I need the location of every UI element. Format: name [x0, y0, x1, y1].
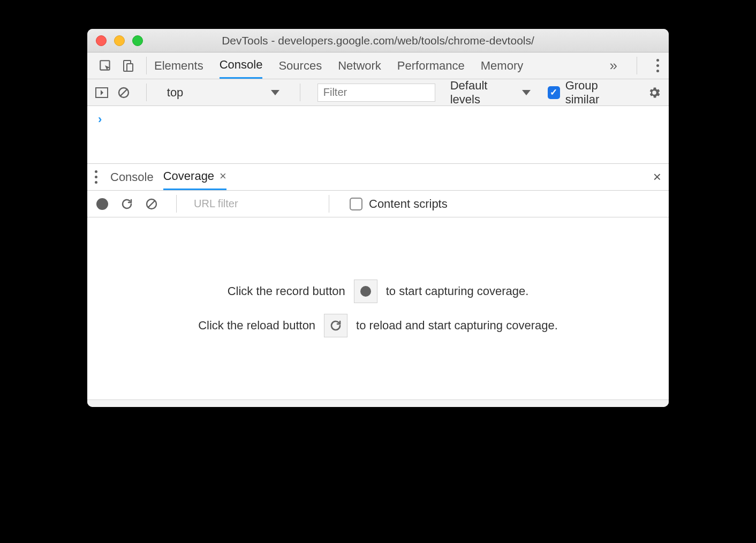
minimize-window-button[interactable]: [114, 35, 125, 46]
svg-line-7: [148, 201, 155, 207]
execution-context-value: top: [167, 86, 184, 100]
drawer-tab-coverage[interactable]: Coverage ×: [163, 164, 226, 190]
devtools-window: DevTools - developers.google.com/web/too…: [87, 29, 669, 407]
hint-reload-button[interactable]: [324, 314, 347, 337]
log-levels-label: Default levels: [450, 79, 518, 107]
titlebar: DevTools - developers.google.com/web/too…: [87, 29, 669, 52]
main-tabs: Elements Console Sources Network Perform…: [154, 52, 610, 79]
window-controls: [96, 35, 143, 46]
record-button[interactable]: [95, 197, 110, 212]
hint-text: to reload and start capturing coverage.: [356, 319, 558, 333]
hint-text: to start capturing coverage.: [386, 284, 529, 298]
console-toolbar: top Default levels ✓ Group similar: [87, 79, 669, 106]
tab-console[interactable]: Console: [220, 52, 263, 79]
execution-context-select[interactable]: top: [162, 86, 285, 100]
drawer-menu-icon[interactable]: [95, 170, 97, 184]
zoom-window-button[interactable]: [132, 35, 143, 46]
main-menu-icon[interactable]: [656, 59, 659, 72]
tab-network[interactable]: Network: [338, 52, 381, 79]
hint-text: Click the record button: [228, 284, 345, 298]
close-tab-icon[interactable]: ×: [220, 169, 226, 183]
tab-memory[interactable]: Memory: [481, 52, 523, 79]
main-tabstrip: Elements Console Sources Network Perform…: [87, 52, 669, 79]
checkbox-checked-icon: ✓: [548, 86, 560, 99]
close-drawer-icon[interactable]: ×: [653, 164, 661, 190]
window-footer: [87, 399, 669, 407]
close-window-button[interactable]: [96, 35, 107, 46]
tab-sources[interactable]: Sources: [278, 52, 322, 79]
clear-coverage-icon[interactable]: [144, 197, 159, 212]
window-title: DevTools - developers.google.com/web/too…: [87, 34, 669, 47]
svg-line-5: [120, 89, 127, 96]
device-toolbar-icon[interactable]: [120, 58, 135, 73]
drawer-tabstrip: Console Coverage × ×: [87, 164, 669, 191]
drawer-tab-console[interactable]: Console: [110, 164, 154, 190]
tabs-overflow-icon[interactable]: »: [610, 57, 617, 74]
record-icon: [360, 286, 371, 297]
hint-text: Click the reload button: [198, 319, 315, 333]
hint-record-button[interactable]: [354, 280, 377, 303]
svg-rect-0: [100, 61, 109, 70]
console-output[interactable]: ›: [87, 106, 669, 164]
coverage-toolbar: ✓ Content scripts: [87, 191, 669, 217]
console-prompt-icon: ›: [98, 112, 102, 126]
content-scripts-checkbox[interactable]: ✓ Content scripts: [350, 197, 448, 211]
clear-console-icon[interactable]: [117, 85, 131, 100]
reload-button[interactable]: [119, 197, 134, 212]
tab-performance[interactable]: Performance: [397, 52, 465, 79]
dropdown-icon: [271, 90, 279, 95]
coverage-url-filter-input[interactable]: [194, 195, 312, 213]
dropdown-icon: [522, 90, 531, 95]
checkbox-unchecked-icon: ✓: [350, 198, 362, 210]
content-scripts-label: Content scripts: [369, 197, 448, 211]
console-sidebar-toggle-icon[interactable]: [95, 85, 109, 100]
coverage-empty-state: Click the record button to start capturi…: [87, 217, 669, 399]
tab-elements[interactable]: Elements: [154, 52, 203, 79]
record-icon: [96, 198, 108, 210]
group-similar-checkbox[interactable]: ✓ Group similar: [548, 79, 632, 107]
console-settings-icon[interactable]: [647, 86, 661, 100]
console-filter-input[interactable]: [317, 84, 435, 102]
svg-rect-2: [127, 64, 133, 71]
log-levels-select[interactable]: Default levels: [450, 79, 531, 107]
inspect-element-icon[interactable]: [98, 58, 113, 73]
group-similar-label: Group similar: [565, 79, 632, 107]
